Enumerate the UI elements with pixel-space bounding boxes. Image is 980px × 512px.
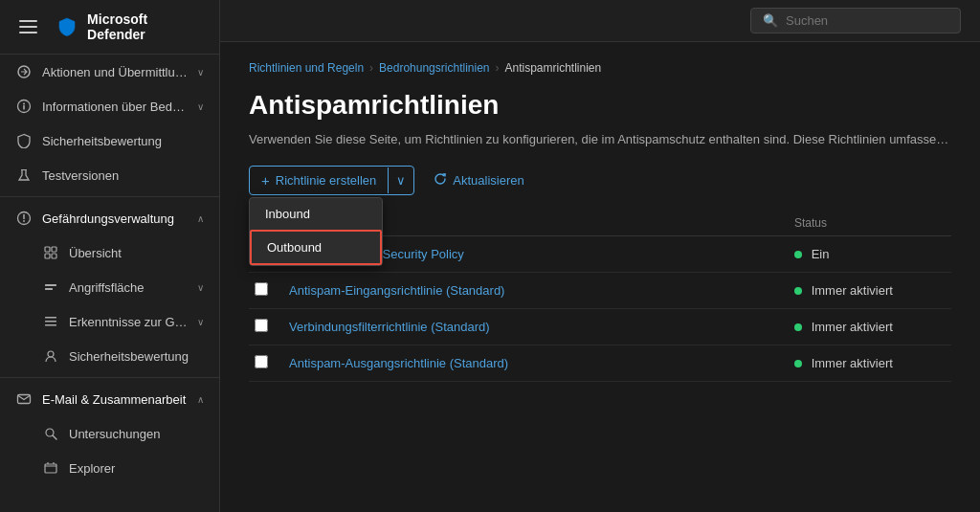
breadcrumb-item-bedrohung[interactable]: Bedrohungsrichtlinien [379, 61, 489, 75]
topbar: 🔍 [220, 0, 980, 42]
app-title: Microsoft Defender [87, 11, 204, 42]
sidebar-item-explorer[interactable]: Explorer [0, 451, 219, 485]
table-row: Verbindungsfilterrichtlinie (Standard) I… [249, 309, 951, 345]
plus-icon: + [261, 172, 270, 189]
status-label: Immer aktiviert [812, 283, 893, 298]
breadcrumb-current: Antispamrichtlinien [504, 61, 601, 75]
svg-line-19 [53, 435, 56, 439]
group-gefahr[interactable]: Gefährdungsverwaltung ∧ [0, 201, 219, 235]
toolbar: + Richtlinie erstellen ∨ Aktualisieren I… [249, 166, 951, 195]
sidebar-item-testversionen[interactable]: Testversionen [0, 158, 219, 192]
svg-rect-8 [52, 247, 56, 252]
refresh-button[interactable]: Aktualisieren [426, 167, 531, 194]
search-box[interactable]: 🔍 [750, 8, 961, 33]
sidebar-item-sicherheit1[interactable]: Sicherheitsbewertung [0, 123, 219, 158]
chevron-down-icon: ∨ [197, 67, 204, 78]
divider [0, 196, 219, 197]
table-row: Antispam-Ausgangsrichtlinie (Standard) I… [249, 345, 951, 382]
row-checkbox[interactable] [255, 319, 268, 332]
row-checkbox[interactable] [255, 282, 268, 296]
sidebar-item-angriffsflache[interactable]: Angriffsfläche ∨ [0, 270, 219, 304]
svg-point-6 [23, 220, 25, 222]
breadcrumb: Richtlinien und Regeln › Bedrohungsricht… [249, 61, 951, 75]
svg-point-2 [23, 103, 25, 105]
search-input[interactable] [786, 13, 948, 28]
sidebar-item-label: Erkenntnisse zur Gefährdung [69, 315, 188, 329]
erkenntnisse-icon [42, 313, 59, 330]
dropdown-item-inbound[interactable]: Inbound [250, 198, 382, 230]
hamburger-button[interactable] [15, 13, 41, 40]
content-area: Richtlinien und Regeln › Bedrohungsricht… [220, 42, 980, 512]
aktionen-icon [15, 63, 33, 80]
svg-rect-11 [45, 284, 56, 286]
chevron-down-icon: ∨ [197, 101, 204, 112]
explorer-icon [42, 459, 59, 477]
status-label: Ein [812, 247, 830, 261]
sidebar-item-informationen[interactable]: Informationen über Bedroh... ∨ [0, 89, 219, 123]
divider [0, 377, 219, 378]
sidebar-item-aktionen[interactable]: Aktionen und Übermittlungen ∨ [0, 55, 219, 89]
page-description: Verwenden Sie diese Seite, um Richtlinie… [249, 132, 951, 146]
dropdown-menu: Inbound Outbound [249, 197, 383, 266]
breadcrumb-sep: › [369, 61, 373, 75]
status-label: Immer aktiviert [812, 356, 893, 370]
row-checkbox[interactable] [255, 355, 268, 368]
svg-point-16 [48, 351, 54, 357]
breadcrumb-item-richtlinien[interactable]: Richtlinien und Regeln [249, 61, 364, 75]
defender-logo [56, 16, 78, 37]
create-policy-button[interactable]: + Richtlinie erstellen ∨ [249, 166, 414, 195]
refresh-icon [434, 172, 447, 189]
chevron-up-icon: ∧ [197, 394, 204, 405]
gefahr-icon [15, 210, 33, 227]
chevron-down-icon[interactable]: ∨ [388, 167, 413, 193]
chevron-up-icon: ∧ [197, 213, 204, 224]
svg-rect-12 [45, 288, 53, 290]
angriffsflache-icon [42, 278, 59, 296]
untersuchungen-icon [42, 425, 59, 442]
table-row: Antispam-Eingangsrichtlinie (Standard) I… [249, 273, 951, 309]
sidebar-item-label: Untersuchungen [69, 427, 204, 441]
refresh-label: Aktualisieren [453, 173, 523, 188]
sidebar-item-label: Informationen über Bedroh... [42, 100, 188, 114]
chevron-down-icon: ∨ [197, 282, 204, 293]
status-dot [794, 287, 802, 295]
email-icon [15, 390, 33, 408]
row-check-cell [249, 309, 283, 345]
row-status-cell: Immer aktiviert [789, 345, 951, 382]
svg-rect-3 [23, 105, 25, 110]
svg-rect-14 [45, 321, 56, 323]
policy-name-link[interactable]: Antispam-Eingangsrichtlinie (Standard) [289, 283, 504, 298]
svg-rect-20 [45, 464, 56, 473]
row-status-cell: Immer aktiviert [789, 273, 951, 309]
sidebar-item-untersuchungen[interactable]: Untersuchungen [0, 416, 219, 451]
row-name-cell: Antispam-Ausgangsrichtlinie (Standard) [283, 345, 789, 382]
create-policy-main: + Richtlinie erstellen [250, 167, 388, 194]
status-dot [794, 251, 802, 258]
group-label: Gefährdungsverwaltung [42, 211, 188, 226]
svg-rect-13 [45, 317, 56, 319]
breadcrumb-sep: › [495, 61, 499, 75]
sidebar-item-label: Testversionen [42, 168, 204, 183]
sidebar-header: Microsoft Defender [0, 0, 219, 55]
sidebar-item-label: Explorer [69, 461, 204, 476]
page-title: Antispamrichtlinien [249, 90, 951, 121]
row-name-cell: Verbindungsfilterrichtlinie (Standard) [283, 309, 789, 345]
sidebar-item-erkenntnisse[interactable]: Erkenntnisse zur Gefährdung ∨ [0, 304, 219, 339]
informationen-icon [15, 98, 33, 115]
sidebar-item-ubersicht[interactable]: Übersicht [0, 235, 219, 270]
policy-name-link[interactable]: Antispam-Ausgangsrichtlinie (Standard) [289, 356, 508, 370]
search-icon: 🔍 [763, 13, 778, 28]
svg-rect-4 [21, 169, 27, 170]
dropdown-item-outbound[interactable]: Outbound [250, 230, 382, 265]
policy-name-link[interactable]: Verbindungsfilterrichtlinie (Standard) [289, 320, 490, 334]
group-label: E-Mail & Zusammenarbeit [42, 392, 188, 407]
main-content: 🔍 Richtlinien und Regeln › Bedrohungsric… [220, 0, 980, 512]
status-dot [794, 323, 802, 331]
sidebar-item-label: Sicherheitsbewertung [42, 134, 204, 148]
col-header-status: Status [789, 211, 951, 236]
group-email[interactable]: E-Mail & Zusammenarbeit ∧ [0, 382, 219, 416]
svg-rect-9 [45, 254, 50, 258]
sicherheit2-icon [42, 347, 59, 365]
testversionen-icon [15, 167, 33, 184]
sidebar-item-sicherheit2[interactable]: Sicherheitsbewertung [0, 339, 219, 373]
